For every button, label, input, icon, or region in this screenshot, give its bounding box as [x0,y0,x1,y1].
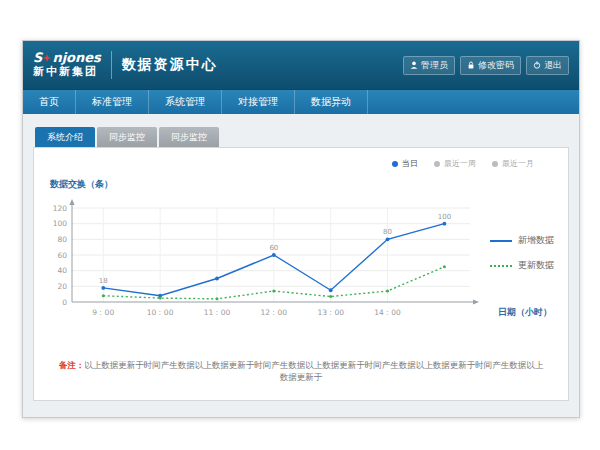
svg-text:20: 20 [57,282,67,291]
chart-container: 0204060801001209：0010：0011：0012：0013：001… [46,198,486,330]
today-dot-icon [392,161,398,167]
nav-item-connection-mgmt[interactable]: 对接管理 [222,90,295,114]
tab-bar: 系统介绍 同步监控 同步监控 [35,127,569,147]
last-month-dot-icon [492,161,498,167]
power-icon [533,61,541,69]
current-user-button[interactable]: 管理员 [403,56,455,75]
svg-text:100: 100 [438,213,451,221]
series-updated-data-label: 更新数据 [518,259,554,272]
solid-line-sample-icon [490,240,512,242]
nav-item-data-changes[interactable]: 数据异动 [295,90,368,114]
svg-text:13：00: 13：00 [317,308,344,317]
series-new-data-label: 新增数据 [518,234,554,247]
footnote-prefix: 备注： [59,360,85,370]
brand-divider [111,51,112,79]
tab-sync-monitor-1[interactable]: 同步监控 [97,127,157,147]
svg-text:120: 120 [53,204,68,213]
logout-label: 退出 [544,59,562,72]
company-logo: S njones 新中新集团 [33,51,101,79]
svg-text:12：00: 12：00 [261,308,288,317]
change-password-label: 修改密码 [478,59,514,72]
tab-system-intro[interactable]: 系统介绍 [35,127,95,147]
change-password-button[interactable]: 修改密码 [460,56,521,75]
series-legend: 新增数据 更新数据 [490,234,554,272]
user-button-label: 管理员 [421,59,448,72]
legend-series-new-data[interactable]: 新增数据 [490,234,554,247]
x-axis-title: 日期（小时） [498,306,552,319]
svg-text:80: 80 [57,235,67,244]
dotted-line-sample-icon [490,265,512,267]
logout-button[interactable]: 退出 [526,56,569,75]
top-header: S njones 新中新集团 数据资源中心 管理员 修改密码 退出 [23,41,579,89]
svg-text:60: 60 [269,244,278,252]
lock-icon [467,61,475,69]
svg-text:9：00: 9：00 [92,308,114,317]
app-window: S njones 新中新集团 数据资源中心 管理员 修改密码 退出 [22,40,580,418]
svg-text:100: 100 [53,219,68,228]
logo-text-post: njones [52,51,100,66]
svg-text:18: 18 [99,277,108,285]
nav-item-home[interactable]: 首页 [23,90,76,114]
svg-text:14：00: 14：00 [374,308,401,317]
footnote: 备注：以上数据更新于时间产生数据以上数据更新于时间产生数据以上数据更新于时间产生… [34,360,568,384]
logo-text: S njones [33,51,101,66]
legend-item-last-month[interactable]: 最近一月 [492,158,534,169]
logo-star-icon [43,51,51,66]
line-chart: 0204060801001209：0010：0011：0012：0013：001… [46,198,486,330]
legend-item-today[interactable]: 当日 [392,158,418,169]
svg-text:11：00: 11：00 [204,308,231,317]
chart-panel: 当日 最近一周 最近一月 数据交换（条） 0204060801001209：00… [33,147,569,401]
logo-text-pre: S [33,51,42,66]
time-range-legend: 当日 最近一周 最近一月 [392,158,534,169]
svg-text:60: 60 [57,251,67,260]
user-icon [410,61,418,69]
content-area: 系统介绍 同步监控 同步监控 当日 最近一周 最近一月 数据交换（条） [23,114,579,417]
legend-last-month-label: 最近一月 [502,158,534,169]
brand-area: S njones 新中新集团 数据资源中心 [33,51,218,79]
legend-last-week-label: 最近一周 [444,158,476,169]
app-title: 数据资源中心 [122,56,218,74]
legend-series-updated-data[interactable]: 更新数据 [490,259,554,272]
y-axis-title: 数据交换（条） [50,178,113,191]
legend-today-label: 当日 [402,158,418,169]
main-nav: 首页 标准管理 系统管理 对接管理 数据异动 [23,89,579,114]
logo-subtitle: 新中新集团 [33,66,101,79]
svg-text:80: 80 [383,228,392,236]
svg-text:0: 0 [62,298,67,307]
svg-text:10：00: 10：00 [147,308,174,317]
tab-sync-monitor-2[interactable]: 同步监控 [159,127,219,147]
svg-text:40: 40 [57,266,67,275]
last-week-dot-icon [434,161,440,167]
user-actions: 管理员 修改密码 退出 [403,56,569,75]
nav-item-system-mgmt[interactable]: 系统管理 [149,90,222,114]
nav-item-standard-mgmt[interactable]: 标准管理 [76,90,149,114]
legend-item-last-week[interactable]: 最近一周 [434,158,476,169]
footnote-text: 以上数据更新于时间产生数据以上数据更新于时间产生数据以上数据更新于时间产生数据以… [84,360,543,382]
